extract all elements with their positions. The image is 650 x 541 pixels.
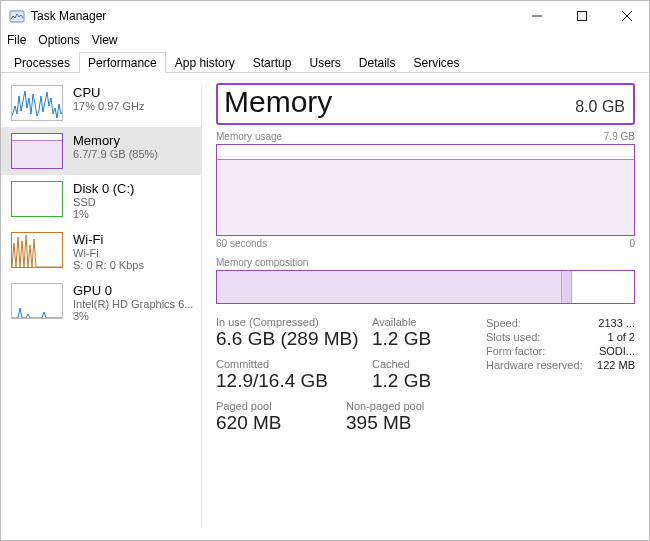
hwres-value: 122 MB [597,359,635,371]
memory-hero: Memory 8.0 GB [216,83,635,125]
usage-max: 7.9 GB [604,131,635,142]
wifi-thumb [11,232,63,268]
sidebar-memory-title: Memory [73,133,158,148]
cached-label: Cached [372,358,476,370]
cached-value: 1.2 GB [372,370,476,392]
tab-startup[interactable]: Startup [244,52,301,73]
tab-processes[interactable]: Processes [5,52,79,73]
composition-label: Memory composition [216,257,308,268]
memory-thumb [11,133,63,169]
menu-view[interactable]: View [92,33,118,47]
tab-performance[interactable]: Performance [79,52,166,73]
tab-app-history[interactable]: App history [166,52,244,73]
sidebar-wifi-title: Wi-Fi [73,232,144,247]
close-button[interactable] [604,1,649,31]
axis-right: 0 [629,238,635,249]
memory-usage-chart[interactable] [216,144,635,236]
slots-label: Slots used: [486,331,540,343]
detail-panel: Memory 8.0 GB Memory usage 7.9 GB 60 sec… [202,73,649,540]
sidebar-memory-sub: 6.7/7.9 GB (85%) [73,148,158,160]
sidebar: CPU 17% 0.97 GHz Memory 6.7/7.9 GB (85%)… [1,73,201,540]
avail-value: 1.2 GB [372,328,476,350]
speed-value: 2133 ... [598,317,635,329]
title-bar: Task Manager [1,1,649,31]
tab-bar: Processes Performance App history Startu… [1,51,649,73]
sidebar-disk-title: Disk 0 (C:) [73,181,134,196]
usage-label: Memory usage [216,131,282,142]
paged-value: 620 MB [216,412,346,434]
sidebar-item-wifi[interactable]: Wi-Fi Wi-Fi S: 0 R: 0 Kbps [1,226,201,277]
disk-thumb [11,181,63,217]
nonpaged-label: Non-paged pool [346,400,476,412]
composition-free [572,271,634,303]
form-label: Form factor: [486,345,545,357]
sidebar-disk-sub2: 1% [73,208,134,220]
sidebar-cpu-title: CPU [73,85,145,100]
tab-services[interactable]: Services [405,52,469,73]
sidebar-disk-sub1: SSD [73,196,134,208]
form-value: SODI... [599,345,635,357]
content-body: CPU 17% 0.97 GHz Memory 6.7/7.9 GB (85%)… [1,73,649,540]
committed-value: 12.9/16.4 GB [216,370,372,392]
tab-users[interactable]: Users [300,52,349,73]
gpu-thumb [11,283,63,319]
cpu-thumb [11,85,63,121]
menu-file[interactable]: File [7,33,26,47]
app-icon [9,8,25,24]
avail-label: Available [372,316,476,328]
window-title: Task Manager [31,9,106,23]
inuse-label: In use (Compressed) [216,316,372,328]
composition-in-use [217,271,561,303]
speed-label: Speed: [486,317,521,329]
sidebar-item-cpu[interactable]: CPU 17% 0.97 GHz [1,79,201,127]
nonpaged-value: 395 MB [346,412,476,434]
sidebar-wifi-sub2: S: 0 R: 0 Kbps [73,259,144,271]
minimize-button[interactable] [514,1,559,31]
hwres-label: Hardware reserved: [486,359,583,371]
hero-capacity: 8.0 GB [575,98,625,116]
window-buttons [514,1,649,31]
menu-options[interactable]: Options [38,33,79,47]
sidebar-wifi-sub1: Wi-Fi [73,247,144,259]
tab-details[interactable]: Details [350,52,405,73]
inuse-value: 6.6 GB (289 MB) [216,328,372,350]
sidebar-item-disk[interactable]: Disk 0 (C:) SSD 1% [1,175,201,226]
menu-bar: File Options View [1,31,649,51]
svg-line-3 [622,11,632,21]
sidebar-gpu-sub2: 3% [73,310,193,322]
sidebar-gpu-title: GPU 0 [73,283,193,298]
svg-rect-2 [577,12,586,21]
sidebar-gpu-sub1: Intel(R) HD Graphics 6... [73,298,193,310]
hero-title: Memory [224,85,332,119]
slots-value: 1 of 2 [607,331,635,343]
committed-label: Committed [216,358,372,370]
axis-left: 60 seconds [216,238,267,249]
sidebar-item-memory[interactable]: Memory 6.7/7.9 GB (85%) [1,127,201,175]
sidebar-item-gpu[interactable]: GPU 0 Intel(R) HD Graphics 6... 3% [1,277,201,328]
memory-stats: In use (Compressed) 6.6 GB (289 MB) Avai… [216,316,635,442]
maximize-button[interactable] [559,1,604,31]
composition-modified [561,271,571,303]
svg-line-4 [622,11,632,21]
paged-label: Paged pool [216,400,346,412]
sidebar-cpu-sub: 17% 0.97 GHz [73,100,145,112]
memory-composition-chart[interactable] [216,270,635,304]
